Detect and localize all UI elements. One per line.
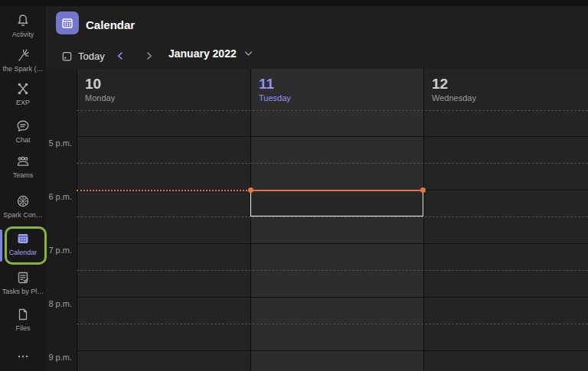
sidebar-item-exp[interactable]: EXP: [0, 81, 46, 106]
day-name: Wednesday: [432, 93, 588, 103]
day-header-row: 10 Monday 11 Tuesday 12 Wednesday: [46, 69, 588, 111]
sidebar-item-label: Activity: [12, 31, 34, 38]
active-item-indicator: [0, 229, 2, 262]
sidebar-item-tasks[interactable]: Tasks by Pl…: [0, 270, 46, 295]
sidebar-item-activity[interactable]: Activity: [0, 13, 46, 38]
sidebar-item-files[interactable]: Files: [0, 307, 46, 332]
half-hour-line: [77, 324, 588, 324]
chevron-right-icon: [145, 51, 154, 60]
hour-line: [77, 243, 588, 244]
hour-line: [77, 350, 588, 351]
app-rail: Activity the Spark (… EXP Chat Teams: [0, 0, 46, 371]
calendar-grid: 5 p.m. 6 p.m. 7 p.m. 8 p.m. 9 p.m.: [46, 111, 588, 371]
hour-line: [77, 297, 588, 298]
current-time-indicator-today: [250, 190, 423, 191]
grid-column-wednesday[interactable]: [423, 111, 588, 371]
more-icon: [15, 349, 31, 364]
month-label: January 2022: [168, 47, 237, 60]
current-time-dot: [420, 187, 426, 193]
exp-icon: [15, 81, 31, 96]
today-label: Today: [78, 50, 105, 62]
time-label: 8 p.m.: [46, 299, 72, 308]
app-header: Calendar: [46, 0, 588, 43]
next-period-button[interactable]: [142, 49, 156, 63]
time-label: 7 p.m.: [46, 246, 72, 255]
selected-time-slot[interactable]: [250, 190, 423, 216]
calendar-app-icon: [56, 11, 79, 34]
chevron-down-icon: [243, 49, 253, 58]
sidebar-item-label: Tasks by Pl…: [2, 288, 44, 295]
half-hour-line: [77, 163, 588, 164]
sidebar-item-label: Chat: [15, 136, 30, 144]
time-label: 9 p.m.: [46, 353, 72, 362]
chevron-left-icon: [116, 51, 125, 60]
half-hour-line: [77, 270, 588, 271]
sidebar-item-label: Teams: [13, 171, 34, 179]
current-time-dot: [248, 187, 253, 193]
bell-icon: [15, 13, 31, 28]
grid-column-tuesday[interactable]: [250, 111, 423, 371]
time-label: 6 p.m.: [46, 192, 72, 201]
sidebar-item-teams[interactable]: Teams: [0, 154, 46, 179]
calendar-toolbar: Today January 2022: [46, 43, 588, 69]
sidebar-item-chat[interactable]: Chat: [0, 119, 46, 144]
sidebar-item-label: Spark Con…: [3, 211, 43, 219]
tasks-icon: [15, 270, 31, 285]
today-button[interactable]: Today: [61, 47, 105, 65]
chat-icon: [15, 119, 31, 134]
day-number: 10: [85, 76, 250, 92]
sidebar-item-label: Calendar: [9, 249, 38, 256]
day-header-monday[interactable]: 10 Monday: [77, 69, 250, 111]
day-header-tuesday[interactable]: 11 Tuesday: [250, 69, 423, 111]
day-name: Tuesday: [259, 93, 423, 103]
current-time-indicator: [77, 190, 250, 191]
main-area: Calendar Today January 2022: [46, 0, 588, 371]
sidebar-item-the-spark[interactable]: the Spark (…: [0, 47, 46, 73]
sidebar-item-spark-con[interactable]: Spark Con…: [0, 194, 46, 219]
day-header-wednesday[interactable]: 12 Wednesday: [423, 69, 588, 111]
day-number: 12: [432, 76, 588, 92]
sidebar-item-label: Files: [15, 324, 30, 332]
files-icon: [15, 307, 31, 322]
spark-contacts-icon: [15, 194, 31, 209]
half-hour-line: [77, 216, 588, 217]
prev-period-button[interactable]: [113, 49, 127, 63]
sidebar-item-more[interactable]: [0, 349, 46, 366]
calendar-today-icon: [61, 50, 73, 62]
spark-icon: [15, 47, 31, 63]
hour-line: [77, 136, 588, 137]
teams-icon: [15, 154, 31, 169]
day-name: Monday: [85, 93, 250, 103]
page-title: Calendar: [86, 18, 135, 31]
window-titlebar: [0, 0, 588, 6]
calendar-glyph-icon: [60, 16, 74, 30]
month-selector[interactable]: January 2022: [168, 47, 253, 60]
sidebar-item-label: EXP: [16, 99, 30, 106]
time-label: 5 p.m.: [46, 138, 72, 148]
sidebar-item-label: the Spark (…: [2, 65, 43, 73]
calendar-icon: [15, 231, 31, 246]
grid-column-monday[interactable]: [77, 111, 250, 371]
day-number: 11: [259, 76, 423, 92]
sidebar-item-calendar[interactable]: Calendar: [0, 231, 46, 256]
